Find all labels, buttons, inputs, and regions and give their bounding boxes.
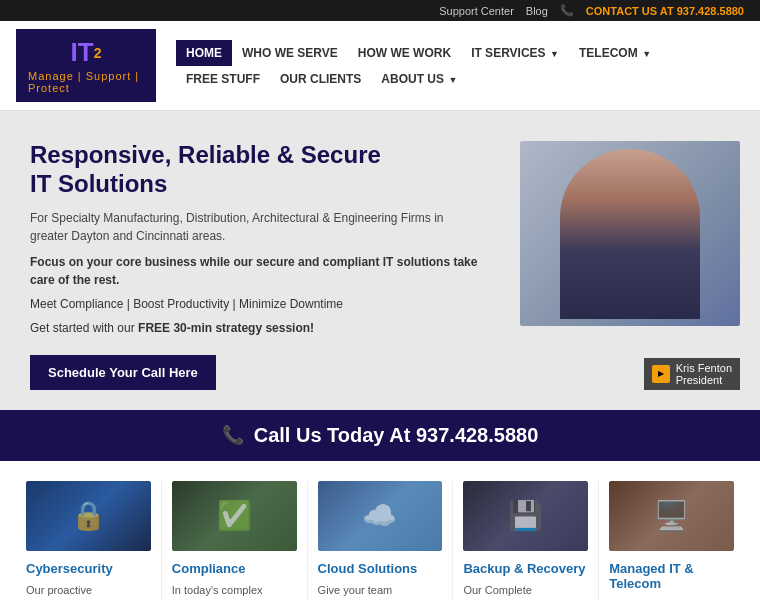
logo-title: IT 2 <box>71 37 102 68</box>
nav-about-us[interactable]: ABOUT US ▼ <box>371 66 467 92</box>
hero-image-area: ▶ Kris Fenton President <box>500 141 740 390</box>
person-image <box>560 149 700 319</box>
hero-heading: Responsive, Reliable & Secure IT Solutio… <box>30 141 480 199</box>
cybersecurity-title: Cybersecurity <box>26 561 151 576</box>
blog-link[interactable]: Blog <box>526 5 548 17</box>
top-bar: Support Center Blog 📞 CONTACT US AT 937.… <box>0 0 760 21</box>
hero-bold-line: Focus on your core business while our se… <box>30 253 480 289</box>
presenter-title: President <box>676 374 732 386</box>
managed-title: Managed IT & Telecom <box>609 561 734 591</box>
call-bar: 📞 Call Us Today At 937.428.5880 <box>0 410 760 461</box>
cloud-desc: Give your team anywhere, anytime access … <box>318 582 443 600</box>
nav-telecom[interactable]: TELECOM ▼ <box>569 40 661 66</box>
logo-tagline: Manage | Support | Protect <box>28 70 144 94</box>
play-button[interactable]: ▶ <box>652 365 670 383</box>
nav-who-we-serve[interactable]: WHO WE SERVE <box>232 40 348 66</box>
cloud-image: ☁️ <box>318 481 443 551</box>
cloud-title: Cloud Solutions <box>318 561 443 576</box>
backup-desc: Our Complete backup/disaster recovery an… <box>463 582 588 600</box>
call-bar-phone-icon: 📞 <box>222 424 244 446</box>
contact-label: CONTACT US AT 937.428.5880 <box>586 5 744 17</box>
hero-meet-line: Meet Compliance | Boost Productivity | M… <box>30 295 480 313</box>
nav-our-clients[interactable]: OUR CLIENTS <box>270 66 371 92</box>
phone-icon: 📞 <box>560 4 574 17</box>
it-services-arrow: ▼ <box>548 49 559 59</box>
call-bar-label: Call Us Today At 937.428.5880 <box>254 424 539 447</box>
nav-it-services[interactable]: IT SERVICES ▼ <box>461 40 569 66</box>
cybersecurity-desc: Our proactive Cybersecurity approach foc… <box>26 582 151 600</box>
cyber-icon: 🔒 <box>71 499 106 532</box>
service-card-cybersecurity: 🔒 Cybersecurity Our proactive Cybersecur… <box>16 481 162 600</box>
compliance-image: ✅ <box>172 481 297 551</box>
nav-home[interactable]: HOME <box>176 40 232 66</box>
backup-image: 💾 <box>463 481 588 551</box>
hero-text: Responsive, Reliable & Secure IT Solutio… <box>30 141 500 390</box>
managed-icon: 🖥️ <box>654 499 689 532</box>
managed-desc: Eliminate downtime, get a grip on your I… <box>609 597 734 600</box>
presenter-name: Kris Fenton <box>676 362 732 374</box>
cloud-icon: ☁️ <box>362 499 397 532</box>
logo-superscript: 2 <box>94 45 102 61</box>
nav-free-stuff[interactable]: FREE STUFF <box>176 66 270 92</box>
managed-image: 🖥️ <box>609 481 734 551</box>
header: IT 2 Manage | Support | Protect HOME WHO… <box>0 21 760 111</box>
logo[interactable]: IT 2 Manage | Support | Protect <box>16 29 156 102</box>
hero-section: Responsive, Reliable & Secure IT Solutio… <box>0 111 760 410</box>
presenter-label[interactable]: ▶ Kris Fenton President <box>644 358 740 390</box>
main-nav: HOME WHO WE SERVE HOW WE WORK IT SERVICE… <box>176 40 744 92</box>
backup-title: Backup & Recovery <box>463 561 588 576</box>
telecom-arrow: ▼ <box>640 49 651 59</box>
service-card-compliance: ✅ Compliance In today's complex regulato… <box>162 481 308 600</box>
compliance-icon: ✅ <box>217 499 252 532</box>
hero-cta-line: Get started with our FREE 30-min strateg… <box>30 319 480 337</box>
hero-photo <box>520 141 740 326</box>
services-section: 🔒 Cybersecurity Our proactive Cybersecur… <box>0 461 760 600</box>
service-card-managed: 🖥️ Managed IT & Telecom Eliminate downti… <box>599 481 744 600</box>
service-card-backup: 💾 Backup & Recovery Our Complete backup/… <box>453 481 599 600</box>
presenter-info: Kris Fenton President <box>676 362 732 386</box>
cybersecurity-image: 🔒 <box>26 481 151 551</box>
about-arrow: ▼ <box>446 75 457 85</box>
backup-icon: 💾 <box>508 499 543 532</box>
compliance-desc: In today's complex regulatory environmen… <box>172 582 297 600</box>
schedule-btn[interactable]: Schedule Your Call Here <box>30 355 216 390</box>
service-card-cloud: ☁️ Cloud Solutions Give your team anywhe… <box>308 481 454 600</box>
hero-description: For Specialty Manufacturing, Distributio… <box>30 209 480 245</box>
support-center-link[interactable]: Support Center <box>439 5 514 17</box>
nav-how-we-work[interactable]: HOW WE WORK <box>348 40 461 66</box>
logo-it: IT <box>71 37 94 68</box>
compliance-title: Compliance <box>172 561 297 576</box>
